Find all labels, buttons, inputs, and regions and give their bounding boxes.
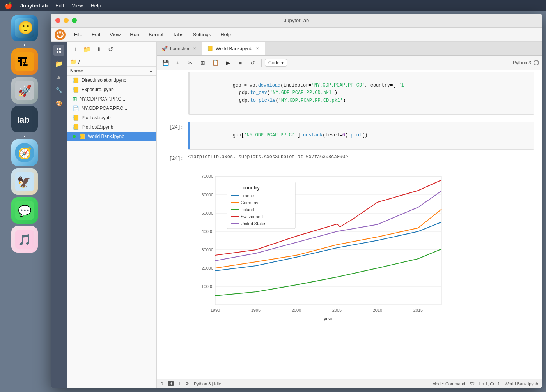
window-titlebar: JupyterLab — [51, 14, 542, 28]
launcher-tab-icon: 🚀 — [161, 46, 168, 51]
save-btn[interactable]: 💾 — [160, 57, 171, 68]
file-item-active[interactable]: 📒 World Bank.ipynb — [67, 132, 156, 141]
menu-file[interactable]: File — [70, 30, 86, 39]
legend-france: France — [241, 193, 254, 198]
launcher-tab-label: Launcher — [170, 46, 190, 51]
output-text-24: <matplotlib.axes._subplots.AxesSubplot a… — [188, 153, 534, 161]
svg-point-18 — [57, 35, 59, 37]
notebook-content[interactable]: gdp = wb.download(indicator='NY.GDP.PCAP… — [157, 70, 542, 379]
sidebar-files-icon[interactable] — [53, 45, 64, 56]
legend-switzerland: Switzerland — [241, 214, 263, 219]
dock-finder[interactable]: 🙂 — [11, 15, 38, 41]
new-launcher-btn[interactable]: + — [70, 44, 80, 54]
sidebar-commands-icon[interactable]: 🔧 — [53, 85, 64, 95]
menu-edit[interactable]: Edit — [88, 30, 104, 39]
maximize-button[interactable] — [72, 18, 77, 23]
cell-content-partial[interactable]: gdp = wb.download(indicator='NY.GDP.PCAP… — [188, 72, 542, 115]
paste-btn[interactable]: 📋 — [210, 57, 221, 68]
sidebar-run-icon[interactable]: ▲ — [53, 71, 64, 82]
file-item[interactable]: ⊞ NY.GDP.PCAP.PP.C... — [67, 94, 156, 104]
menu-run[interactable]: Run — [126, 30, 143, 39]
svg-rect-23 — [59, 51, 61, 53]
file-path[interactable]: 📁 / — [67, 57, 156, 67]
copy-btn[interactable]: ⊞ — [197, 57, 208, 68]
dock-music[interactable]: 🎵 — [11, 226, 38, 253]
svg-text:🦅: 🦅 — [17, 176, 31, 189]
add-cell-btn[interactable]: + — [172, 57, 183, 68]
status-item-1: 1 — [178, 381, 181, 386]
menu-view[interactable]: View — [106, 30, 124, 39]
menubar-edit[interactable]: Edit — [55, 3, 64, 9]
stop-btn[interactable]: ■ — [235, 57, 246, 68]
svg-text:2000: 2000 — [292, 308, 301, 313]
svg-text:60000: 60000 — [201, 192, 213, 197]
kernel-info: Python 3 — [513, 60, 539, 65]
tab-launcher[interactable]: 🚀 Launcher ✕ — [157, 42, 202, 55]
worldbank-tab-close[interactable]: ✕ — [255, 46, 260, 51]
close-button[interactable] — [55, 18, 60, 23]
sidebar-search-icon[interactable]: 📁 — [53, 58, 64, 69]
cell-output-24: [24]: <matplotlib.axes._subplots.AxesSub… — [157, 151, 542, 163]
status-filename: World Bank.ipynb — [505, 381, 538, 386]
svg-text:🧭: 🧭 — [18, 147, 32, 160]
dock-rocket[interactable]: 🚀 — [11, 77, 38, 104]
code-block-24[interactable]: gdp['NY.GDP.PCAP.PP.CD'].unstack(level=0… — [188, 122, 534, 150]
code-block-partial[interactable]: gdp = wb.download(indicator='NY.GDP.PCAP… — [188, 72, 534, 115]
file-item[interactable]: 📒 Exposure.ipynb — [67, 85, 156, 94]
svg-rect-21 — [59, 48, 61, 50]
svg-text:🙂: 🙂 — [18, 20, 34, 35]
filename: DirectInsolation.ipynb — [82, 78, 126, 83]
menu-settings[interactable]: Settings — [189, 30, 215, 39]
cut-btn[interactable]: ✂ — [185, 57, 196, 68]
window-title: JupyterLab — [284, 18, 309, 23]
svg-text:lab: lab — [17, 115, 30, 125]
menu-tabs[interactable]: Tabs — [169, 30, 187, 39]
dock-safari[interactable]: 🧭 — [11, 139, 38, 166]
file-item[interactable]: 📄 NY.GDP.PCAP.PP.C... — [67, 104, 156, 113]
menubar-view[interactable]: View — [72, 3, 83, 9]
restart-btn[interactable]: ↺ — [247, 57, 258, 68]
output-content-24: <matplotlib.axes._subplots.AxesSubplot a… — [188, 153, 542, 161]
dock-lab[interactable]: lab — [11, 106, 38, 132]
status-item-s: S — [168, 381, 174, 386]
file-item[interactable]: 📒 PlotTest2.ipynb — [67, 122, 156, 132]
svg-point-19 — [61, 35, 63, 37]
status-right: Mode: Command 🛡 Ln 1, Col 1 World Bank.i… — [432, 381, 538, 387]
status-item-gear: ⚙ — [185, 381, 189, 386]
upload-btn[interactable]: ⬆ — [94, 44, 104, 54]
name-header: Name — [70, 68, 83, 74]
launcher-tab-close[interactable]: ✕ — [192, 46, 197, 51]
file-list: 📒 DirectInsolation.ipynb 📒 Exposure.ipyn… — [67, 76, 156, 388]
filename: PlotTest2.ipynb — [82, 124, 113, 130]
sidebar-tabs-icon[interactable]: 🎨 — [53, 98, 64, 109]
svg-text:1995: 1995 — [251, 308, 261, 313]
legend-title: country — [243, 185, 260, 191]
svg-text:10000: 10000 — [201, 284, 213, 289]
tab-worldbank[interactable]: 📒 World Bank.ipynb ✕ — [202, 42, 265, 55]
legend-us: United States — [241, 221, 267, 226]
worldbank-tab-icon: 📒 — [207, 46, 213, 51]
run-btn[interactable]: ▶ — [222, 57, 233, 68]
file-item[interactable]: 📒 DirectInsolation.ipynb — [67, 76, 156, 85]
cell-content-24[interactable]: gdp['NY.GDP.PCAP.PP.CD'].unstack(level=0… — [188, 122, 542, 150]
file-item[interactable]: 📒 PlotTest.ipynb — [67, 113, 156, 122]
sort-icon[interactable]: ▲ — [149, 68, 153, 74]
menubar-help[interactable]: Help — [90, 3, 101, 9]
svg-rect-20 — [57, 48, 58, 50]
menu-kernel[interactable]: Kernel — [145, 30, 167, 39]
dock-messages[interactable]: 💬 — [11, 197, 38, 224]
cell-type-selector[interactable]: Code ▾ — [265, 59, 287, 67]
dock-eagle[interactable]: 🦅 — [11, 168, 38, 195]
new-folder-btn[interactable]: 📁 — [82, 44, 92, 54]
apple-icon[interactable]: 🍎 — [5, 2, 12, 9]
macos-dock: 🙂 🏗 🚀 lab 🧭 🦅 — [0, 11, 49, 392]
chart-svg: 10000 20000 30000 40000 50000 60000 7000… — [188, 168, 453, 324]
menu-help[interactable]: Help — [216, 30, 235, 39]
dock-forklift[interactable]: 🏗 — [11, 48, 38, 75]
kernel-name: Python 3 — [513, 60, 531, 65]
filename: World Bank.ipynb — [88, 134, 124, 139]
cell-partial: gdp = wb.download(indicator='NY.GDP.PCAP… — [157, 70, 542, 116]
cell-type-label: Code — [268, 60, 280, 65]
minimize-button[interactable] — [64, 18, 69, 23]
refresh-btn[interactable]: ↺ — [105, 44, 115, 54]
